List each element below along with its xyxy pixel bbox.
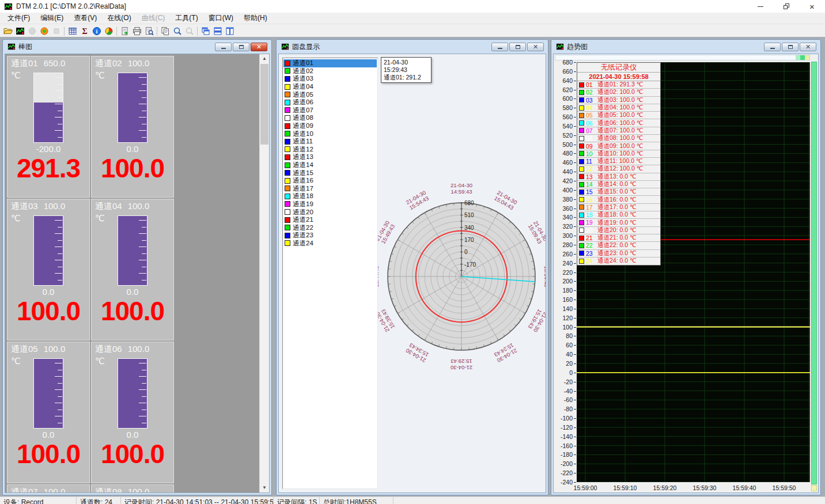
realtime-data-icon[interactable] <box>14 25 26 37</box>
channel-list-item[interactable]: 通道21 <box>283 216 377 224</box>
menu-item-7[interactable]: 帮助(H) <box>239 12 273 24</box>
status-field: 设备: Record <box>0 497 77 504</box>
channel-list-item[interactable]: 通道03 <box>283 75 377 83</box>
dial-tooltip: 21-04-30 15:29:43 通道01: 291.2 <box>381 57 432 83</box>
dial-close-button[interactable]: ✕ <box>527 43 544 51</box>
channel-list-item[interactable]: 通道23 <box>283 232 377 240</box>
menu-item-3[interactable]: 在线(O) <box>102 12 136 24</box>
copy-icon[interactable] <box>159 25 171 37</box>
y-tick-label: 680 <box>554 59 573 66</box>
channel-list-item[interactable]: 通道04 <box>283 83 377 91</box>
menu-item-2[interactable]: 查看(V) <box>69 12 102 24</box>
dial-window-titlebar[interactable]: 圆盘显示 ✕ <box>278 40 546 54</box>
channel-list-item[interactable]: 通道15 <box>283 169 377 177</box>
cascade-windows-icon[interactable] <box>199 25 211 37</box>
caption-buttons: × <box>747 0 825 13</box>
menu-item-6[interactable]: 窗口(W) <box>203 12 239 24</box>
channel-list-item[interactable]: 通道11 <box>283 138 377 146</box>
bar-gauge-cell: 通道05100.0℃0.0100.0 <box>7 342 90 483</box>
y-tick-label: 520 <box>554 132 573 139</box>
tile-horizontal-icon[interactable] <box>211 25 224 37</box>
bar-window-icon <box>7 43 16 51</box>
trend-window-titlebar[interactable]: 趋势图 ✕ <box>553 40 819 54</box>
channel-list-item[interactable]: 通道16 <box>283 177 377 185</box>
print-icon[interactable] <box>131 25 143 37</box>
channel-list-item[interactable]: 通道08 <box>283 114 377 122</box>
bar-minimize-button[interactable] <box>215 43 232 51</box>
channel-list-item[interactable]: 通道13 <box>283 153 377 161</box>
mdi-workspace: 棒图 ✕ 通道01650.0℃-200.0291.3通道02100.0℃0.01… <box>0 37 825 497</box>
legend-color-swatch <box>579 151 584 156</box>
svg-text:510: 510 <box>464 212 474 218</box>
channel-list-item[interactable]: 通道14 <box>283 161 377 169</box>
close-button[interactable]: × <box>799 0 825 13</box>
pie-chart-icon[interactable] <box>103 25 115 37</box>
menu-item-0[interactable]: 文件(F) <box>2 12 35 24</box>
info-icon[interactable]: i <box>90 25 103 37</box>
scrollbar-thumb[interactable] <box>800 55 805 60</box>
channel-list-item[interactable]: 通道09 <box>283 122 377 130</box>
main-titlebar: DTM 2.0.1 [C:\DTM 2.0.2\RealData] × <box>0 0 825 13</box>
sigma-icon[interactable]: Σ <box>78 25 90 37</box>
channel-list-item[interactable]: 通道05 <box>283 90 377 98</box>
open-icon[interactable] <box>2 25 14 37</box>
trend-horizontal-scrollbar[interactable] <box>555 55 810 60</box>
restore-button[interactable] <box>773 0 799 13</box>
dial-window-title: 圆盘显示 <box>292 42 320 52</box>
bar-gauge-cell: 通道01650.0℃-200.0291.3 <box>7 56 90 198</box>
channel-list-item[interactable]: 通道24 <box>283 240 377 248</box>
channel-list-item[interactable]: 通道12 <box>283 146 377 154</box>
scrollbar-segment[interactable] <box>796 55 800 60</box>
trend-minimize-button[interactable] <box>764 43 781 51</box>
legend-row: 12通道12: 100.0 ℃ <box>577 165 660 173</box>
scrollbar-thumb[interactable] <box>260 64 268 145</box>
scrollbar-segment[interactable] <box>805 55 809 60</box>
export-icon[interactable] <box>119 25 131 37</box>
bar-vertical-scrollbar[interactable]: ▲ ▼ <box>259 54 269 492</box>
channel-list-item[interactable]: 通道19 <box>283 200 377 209</box>
channel-list-item[interactable]: 通道06 <box>283 98 377 107</box>
minimize-button[interactable] <box>747 0 773 13</box>
channel-color-swatch <box>285 233 290 238</box>
trend-scroll-corner[interactable] <box>811 485 817 491</box>
record-icon[interactable] <box>38 25 50 37</box>
legend-row: 18通道18: 0.0 ℃ <box>577 211 660 219</box>
menu-item-5[interactable]: 工具(T) <box>170 12 203 24</box>
legend-color-swatch <box>579 182 584 187</box>
channel-color-swatch <box>285 139 290 145</box>
channel-color-swatch <box>285 240 290 246</box>
channel-list-item[interactable]: 通道01 <box>283 59 377 67</box>
trend-close-button[interactable]: ✕ <box>800 43 816 51</box>
scroll-up-arrow-icon[interactable]: ▲ <box>260 54 269 63</box>
zoom-out-icon <box>183 25 195 37</box>
bar-gauge-cell: 通道04100.0℃0.0100.0 <box>91 199 174 340</box>
menu-item-1[interactable]: 编辑(E) <box>35 12 69 24</box>
bar-window-titlebar[interactable]: 棒图 ✕ <box>5 40 270 54</box>
legend-color-swatch <box>579 90 584 95</box>
bar-maximize-button[interactable] <box>233 43 249 51</box>
trend-vertical-scrollbar[interactable] <box>811 62 817 484</box>
y-tick-label: -120 <box>554 424 573 431</box>
tile-vertical-icon[interactable] <box>224 25 236 37</box>
table-icon[interactable] <box>66 25 78 37</box>
channel-list-item[interactable]: 通道20 <box>283 208 377 216</box>
channel-list-item[interactable]: 通道22 <box>283 223 377 232</box>
x-tick-label: 15:59:40 <box>728 484 760 491</box>
channel-list-item[interactable]: 通道18 <box>283 192 377 200</box>
legend-color-swatch <box>579 236 584 241</box>
bar-gauge-cell: 通道06100.0℃0.0100.0 <box>91 342 174 483</box>
print-preview-icon[interactable] <box>143 25 155 37</box>
channel-list-item[interactable]: 通道02 <box>283 67 377 75</box>
bar-close-button[interactable]: ✕ <box>251 43 267 51</box>
channel-list-item[interactable]: 通道07 <box>283 107 377 115</box>
channel-list-item[interactable]: 通道17 <box>283 185 377 193</box>
trend-maximize-button[interactable] <box>782 43 798 51</box>
channel-list-item[interactable]: 通道10 <box>283 130 377 138</box>
dial-maximize-button[interactable] <box>509 43 526 51</box>
legend-color-swatch <box>579 204 584 210</box>
y-tick-label: 300 <box>554 232 573 239</box>
zoom-in-icon[interactable] <box>171 25 183 37</box>
legend-color-swatch <box>579 166 584 172</box>
dial-minimize-button[interactable] <box>491 43 508 51</box>
scroll-down-arrow-icon[interactable]: ▼ <box>260 483 269 492</box>
